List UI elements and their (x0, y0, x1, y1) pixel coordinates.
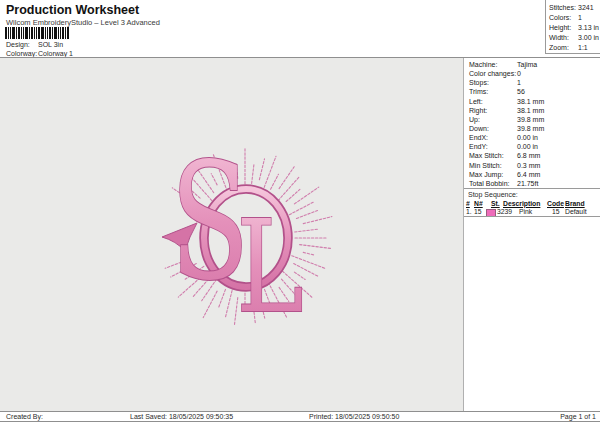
info-label: Right: (469, 107, 487, 114)
info-label: Color changes: (469, 70, 516, 77)
info-value: 39.8 mm (517, 124, 544, 133)
design-barcode (5, 27, 69, 39)
summary-label: Height: (549, 24, 571, 31)
info-value: Tajima (517, 60, 537, 69)
info-label: Machine: (469, 61, 497, 68)
summary-row: Colors:1 (549, 13, 600, 23)
col-header-description: Description (503, 200, 540, 207)
info-value: 1 (517, 78, 521, 87)
info-row: Min Stitch:0.3 mm (469, 161, 599, 170)
info-label: EndX: (469, 134, 488, 141)
info-row: Max Stitch:6.8 mm (469, 151, 599, 160)
info-value: 6.8 mm (517, 151, 540, 160)
summary-label: Colors: (549, 14, 571, 21)
stop-row-st: 3239 (497, 208, 512, 215)
colorway-label: Colorway: (6, 50, 37, 57)
page-title: Production Worksheet (6, 3, 139, 17)
summary-value: 3.00 in (578, 33, 599, 43)
info-row: Left:38.1 mm (469, 97, 599, 106)
info-row: Trims:56 (469, 87, 599, 96)
summary-label: Width: (549, 34, 569, 41)
footer-page-number: Page 1 of 1 (560, 413, 596, 420)
info-label: EndY: (469, 143, 488, 150)
info-row: Right:38.1 mm (469, 106, 599, 115)
panel-divider (464, 188, 600, 189)
design-summary-box: Stitches:3241 Colors:1 Height:3.13 in Wi… (545, 0, 600, 54)
info-label: Max Stitch: (469, 152, 504, 159)
info-label: Up: (469, 116, 480, 123)
info-label: Stops: (469, 79, 489, 86)
info-row: EndY:0.00 in (469, 142, 599, 151)
col-header-num: # (466, 200, 470, 207)
summary-value: 1 (578, 13, 582, 23)
info-value: 6.4 mm (517, 170, 540, 179)
summary-row: Stitches:3241 (549, 3, 600, 13)
info-value: 38.1 mm (517, 97, 544, 106)
info-label: Trims: (469, 88, 488, 95)
letter-l: L (236, 193, 303, 341)
stop-sequence-title: Stop Sequence: (468, 191, 518, 198)
info-value: 0.00 in (517, 133, 538, 142)
info-value: 0 (517, 69, 521, 78)
info-label: Total Bobbin: (469, 180, 509, 187)
summary-row: Height:3.13 in (549, 23, 600, 33)
info-label: Min Stitch: (469, 162, 502, 169)
summary-value: 3241 (578, 3, 594, 13)
summary-label: Stitches: (549, 4, 576, 11)
summary-row: Zoom:1:1 (549, 43, 600, 53)
production-worksheet-page: Production Worksheet Wilcom EmbroiderySt… (0, 0, 600, 424)
info-value: 0.3 mm (517, 161, 540, 170)
sol-monogram-design: S L (0, 58, 463, 411)
info-row: Up:39.8 mm (469, 115, 599, 124)
info-value: 21.75ft (517, 179, 538, 188)
info-value: 0.00 in (517, 142, 538, 151)
footer-printed: Printed: 18/05/2025 09:50:50 (309, 413, 399, 420)
info-value: 38.1 mm (517, 106, 544, 115)
footer-last-saved: Last Saved: 18/05/2025 09:50:35 (130, 413, 233, 420)
info-row: Machine:Tajima (469, 60, 599, 69)
colorway-value: Colorway 1 (38, 50, 73, 57)
summary-value: 3.13 in (578, 23, 599, 33)
stop-row-brand: Default (565, 208, 587, 215)
footer-created-by: Created By: (6, 413, 43, 420)
summary-label: Zoom: (549, 44, 569, 51)
info-value: 39.8 mm (517, 115, 544, 124)
summary-row: Width:3.00 in (549, 33, 600, 43)
info-row: Max Jump:6.4 mm (469, 170, 599, 179)
summary-value: 1:1 (578, 43, 588, 53)
stop-row-num: 1. (466, 208, 472, 215)
table-bottom-divider (464, 216, 600, 217)
stop-row-code: 15 (552, 208, 560, 215)
info-row: Stops:1 (469, 78, 599, 87)
stop-row-n: 15 (474, 208, 482, 215)
stop-row-description: Pink (519, 208, 532, 215)
footer-bottom-rule (0, 421, 600, 422)
info-label: Left: (469, 98, 483, 105)
col-header-brand: Brand (565, 200, 585, 207)
design-label: Design: (6, 41, 30, 48)
footer-top-rule (0, 411, 600, 412)
info-row: Color changes:0 (469, 69, 599, 78)
design-value: SOL 3in (38, 41, 63, 48)
app-version-subtitle: Wilcom EmbroideryStudio – Level 3 Advanc… (6, 18, 160, 27)
design-canvas: S L (0, 58, 464, 411)
info-label: Down: (469, 125, 489, 132)
info-row: Down:39.8 mm (469, 124, 599, 133)
info-row: EndX:0.00 in (469, 133, 599, 142)
info-label: Max Jump: (469, 171, 503, 178)
col-header-st: St. (491, 200, 500, 207)
info-value: 56 (517, 87, 525, 96)
info-row: Total Bobbin:21.75ft (469, 179, 599, 188)
col-header-n: N# (474, 200, 483, 207)
col-header-code: Code (547, 200, 564, 207)
machine-info-panel: Machine:Tajima Color changes:0 Stops:1 T… (469, 60, 599, 188)
